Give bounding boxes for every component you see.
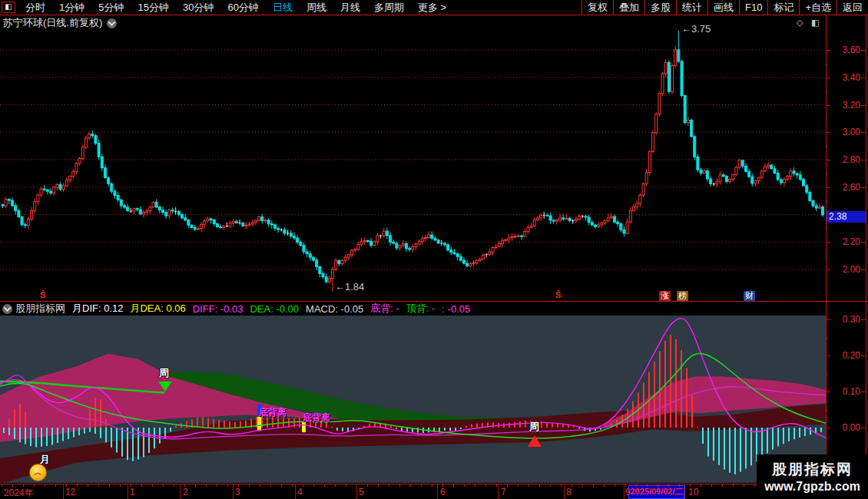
watermark: 股朋指标网 www.7gpzb.com — [757, 454, 868, 499]
toolbar-button-0[interactable]: 复权 — [581, 0, 613, 15]
menu-item-8[interactable]: 月线 — [333, 1, 367, 15]
candle-body — [120, 200, 122, 206]
candle-body — [402, 243, 404, 245]
candle-body — [338, 260, 340, 263]
time-tick — [711, 484, 712, 487]
candle-body — [383, 231, 385, 236]
chevron-down-icon[interactable] — [2, 304, 12, 314]
macd-bar — [234, 422, 236, 428]
candle-body — [2, 204, 4, 206]
menu-item-5[interactable]: 60分钟 — [220, 1, 265, 15]
candle-body — [620, 224, 622, 230]
candle-body — [111, 183, 113, 191]
candle-body — [187, 220, 190, 226]
time-axis-label: 2 — [183, 487, 188, 497]
candle-body — [722, 175, 724, 177]
candle-body — [62, 186, 65, 190]
toolbar-button-7[interactable]: +自选 — [799, 0, 837, 15]
crosshair-date-tag: 2025/09/02/二 — [628, 485, 685, 499]
candle-body — [232, 222, 234, 223]
macd-bar — [578, 428, 580, 428]
macd-bar — [740, 428, 741, 472]
macd-bar — [336, 428, 338, 431]
candle-body — [636, 203, 638, 207]
candle-body — [101, 157, 103, 167]
macd-bar — [750, 428, 752, 465]
macd-bar — [202, 418, 204, 428]
toolbar-button-5[interactable]: F10 — [739, 0, 767, 15]
candle-body — [443, 243, 446, 245]
toolbar-button-2[interactable]: 多股 — [644, 0, 676, 15]
candle-body — [697, 157, 699, 170]
candle-body — [405, 243, 407, 248]
time-tick — [615, 484, 615, 487]
menu-item-10[interactable]: 更多 > — [411, 1, 453, 15]
candle-body — [578, 216, 581, 219]
macd-bar — [224, 421, 225, 428]
toolbar-button-1[interactable]: 叠加 — [613, 0, 644, 15]
toolbar-button-4[interactable]: 画线 — [707, 0, 739, 15]
toolbar-buttons: 复权叠加多股统计画线F10标记+自选返回 — [581, 0, 868, 15]
candle-body — [514, 236, 516, 237]
candle-body — [658, 94, 661, 114]
menu-item-2[interactable]: 5分钟 — [91, 1, 131, 15]
candle-body — [332, 269, 334, 279]
candle-body — [687, 120, 689, 122]
toolbar-button-8[interactable]: 返回 — [837, 0, 868, 15]
candle-body — [200, 224, 203, 228]
candle-body — [774, 169, 776, 173]
macd-bar — [401, 428, 403, 431]
macd-bar — [148, 428, 150, 453]
diamond-icon[interactable]: ◇ — [797, 18, 803, 28]
candle-body — [59, 185, 61, 190]
candle-body — [655, 114, 658, 133]
macd-indicator-panel[interactable] — [0, 316, 826, 483]
chevron-down-icon[interactable] — [107, 18, 117, 28]
macd-bar-overlay — [100, 400, 101, 428]
toolbar-button-6[interactable]: 标记 — [767, 0, 799, 15]
menu-item-7[interactable]: 周线 — [300, 1, 333, 15]
macd-bar — [78, 428, 80, 435]
macd-bar — [492, 422, 494, 428]
time-axis: 2025/09/02/二 2024年1212345678910 — [0, 484, 868, 499]
event-badge-2[interactable]: 财 — [744, 291, 755, 301]
macd-bar — [111, 428, 112, 448]
candle-body — [347, 255, 350, 257]
month-separator — [128, 484, 128, 499]
layout-split-icon[interactable]: ◧ — [2, 2, 15, 13]
toolbar-button-3[interactable]: 统计 — [676, 0, 707, 15]
candle-body — [674, 50, 677, 66]
macd-bar — [734, 428, 736, 474]
menu-item-9[interactable]: 多周期 — [367, 1, 411, 15]
time-tick — [722, 484, 723, 487]
menu-item-4[interactable]: 30分钟 — [176, 1, 220, 15]
time-tick — [701, 484, 701, 487]
candle-body — [447, 245, 449, 250]
time-tick — [593, 484, 594, 487]
menu-item-6[interactable]: 日线 — [266, 1, 300, 15]
time-tick — [367, 484, 368, 487]
candle-body — [703, 171, 705, 173]
candle-body — [27, 219, 29, 225]
time-axis-label: 2024年 — [4, 487, 34, 499]
macd-bar — [465, 426, 467, 428]
candle-body — [171, 210, 174, 211]
candle-body — [412, 247, 414, 250]
time-tick — [733, 484, 734, 487]
event-badge-1[interactable]: 榜 — [677, 291, 688, 301]
menu-item-3[interactable]: 15分钟 — [131, 1, 175, 15]
macd-bar-overlay — [8, 419, 10, 428]
candle-body — [604, 221, 606, 223]
menu-item-0[interactable]: 分时 — [18, 1, 52, 15]
split-view-icon[interactable]: ◧ — [811, 18, 819, 28]
macd-bar — [820, 428, 822, 432]
candle-body — [565, 218, 568, 219]
menu-item-1[interactable]: 1分钟 — [52, 1, 91, 15]
candle-body — [453, 253, 456, 254]
candle-body — [527, 227, 529, 231]
candle-body — [18, 211, 20, 217]
event-badge-0[interactable]: 涨 — [659, 291, 671, 301]
macd-bar — [175, 425, 177, 428]
macd-bar — [229, 421, 230, 428]
candlestick-chart[interactable] — [0, 31, 826, 301]
